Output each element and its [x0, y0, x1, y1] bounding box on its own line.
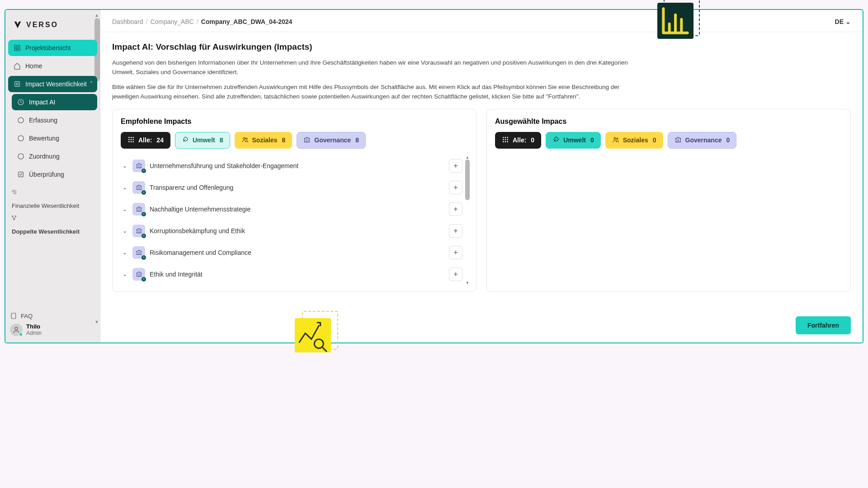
chip-label: Alle: [513, 136, 526, 144]
chip-label: Soziales [623, 136, 648, 144]
scroll-up-icon: ▲ [466, 155, 470, 160]
add-impact-button[interactable]: + [449, 159, 462, 173]
impact-list: ▲ ▼ ⌄ + Unternehmensführung und Stakehol… [121, 155, 468, 285]
continue-button[interactable]: Fortfahren [796, 316, 851, 334]
sidebar-item-label: Bewertung [29, 135, 59, 142]
svg-point-37 [616, 138, 618, 139]
ai-icon [17, 99, 24, 106]
impact-label: Korruptionsbekämpfung und Ethik [150, 227, 444, 235]
sidebar-item-home[interactable]: Home [8, 58, 97, 74]
user-profile[interactable]: Thilo Admin [10, 321, 95, 338]
chip-label: Umwelt [193, 136, 215, 144]
logo-text: VERSO [26, 21, 58, 29]
sidebar-section-financial[interactable]: Finanzielle Wesentlichkeit [8, 200, 97, 210]
svg-rect-5 [15, 82, 20, 87]
app-frame: ▲ VERSO Projektübersicht Home Impact Wes… [5, 9, 863, 343]
impact-label: Unternehmensführung und Stakeholder-Enga… [150, 162, 444, 169]
page-description-2: Bitte wählen Sie die für Ihr Unternehmen… [112, 83, 632, 102]
faq-label: FAQ [21, 313, 33, 319]
impact-row: ⌄ + Transparenz und Offenlegung + [121, 177, 463, 198]
nodes-icon [11, 215, 17, 221]
chip-umwelt[interactable]: Umwelt 8 [175, 132, 230, 149]
grid-icon [14, 44, 21, 52]
expand-toggle[interactable]: ⌄ [122, 163, 128, 169]
content: Impact AI: Vorschlag für Auswirkungen (I… [100, 32, 863, 311]
add-impact-button[interactable]: + [449, 246, 462, 259]
sidebar-item-zuordnung[interactable]: Zuordnung [12, 148, 97, 164]
svg-rect-3 [14, 48, 17, 51]
panel-selected-impacts: Ausgewählte Impacs Alle: 0 Umwelt 0 [486, 109, 851, 292]
expand-toggle[interactable]: ⌄ [122, 271, 128, 277]
chip-all[interactable]: Alle: 24 [121, 132, 170, 149]
breadcrumb: Dashboard / Company_ABC / Company_ABC_DW… [112, 18, 292, 25]
add-impact-button[interactable]: + [449, 224, 462, 238]
svg-point-19 [128, 139, 130, 140]
panel-title: Ausgewählte Impacs [495, 117, 842, 126]
sidebar-item-erfassung[interactable]: Erfassung [12, 112, 97, 128]
sidebar-group-impact-wesentlichkeit[interactable]: Impact Wesentlichkeit ˄ [8, 76, 97, 92]
svg-point-17 [131, 137, 132, 138]
sidebar-item-faq[interactable]: FAQ ▼ [10, 310, 95, 321]
svg-rect-14 [11, 313, 15, 319]
chip-label: Alle: [138, 136, 152, 144]
chip-all[interactable]: Alle: 0 [495, 132, 541, 149]
svg-point-31 [505, 139, 506, 140]
impact-row: ⌄ + Korruptionsbekämpfung und Ethik + [121, 220, 463, 242]
sidebar-item-project-overview[interactable]: Projektübersicht [8, 40, 97, 56]
breadcrumb-item[interactable]: Dashboard [112, 18, 143, 25]
svg-point-21 [132, 139, 134, 140]
step-2-icon [17, 135, 24, 142]
step-3-icon [17, 153, 24, 160]
svg-point-26 [245, 138, 247, 139]
expand-toggle[interactable]: ⌄ [122, 206, 128, 212]
chip-umwelt[interactable]: Umwelt 0 [546, 132, 601, 149]
svg-point-15 [15, 327, 18, 330]
language-selector[interactable]: DE ⌄ [835, 18, 851, 25]
people-icon [612, 136, 619, 145]
leaf-icon [552, 136, 560, 145]
sidebar-item-label: Erfassung [29, 117, 57, 124]
avatar [10, 324, 23, 336]
sidebar-item-bewertung[interactable]: Bewertung [12, 130, 97, 146]
svg-point-30 [503, 139, 504, 140]
expand-toggle[interactable]: ⌄ [122, 228, 128, 234]
page-title: Impact AI: Vorschlag für Auswirkungen (I… [112, 42, 851, 52]
sidebar-item-impact-ai[interactable]: Impact AI [12, 94, 97, 110]
breadcrumb-item[interactable]: Company_ABC [150, 18, 194, 25]
chip-label: Governance [685, 136, 722, 144]
sidebar-item-label: Home [25, 62, 42, 70]
chip-soziales[interactable]: Soziales 0 [605, 132, 663, 149]
panel-title: Empfohlene Impacts [121, 117, 468, 126]
step-1-icon [17, 117, 24, 124]
svg-point-36 [614, 137, 616, 139]
chip-governance[interactable]: Governance 8 [297, 132, 366, 149]
sidebar-item-ueberpruefung[interactable]: Überprüfung [12, 166, 97, 183]
check-icon [17, 171, 24, 178]
chevron-down-icon: ⌄ [845, 18, 851, 25]
scrollbar-down-icon[interactable]: ▼ [94, 319, 99, 324]
bank-icon [675, 136, 682, 145]
panel-recommended-impacts: Empfohlene Impacts Alle: 24 Umwelt 8 [112, 109, 476, 292]
main-area: Dashboard / Company_ABC / Company_ABC_DW… [100, 10, 863, 343]
chip-governance[interactable]: Governance 0 [668, 132, 737, 149]
add-impact-button[interactable]: + [449, 267, 462, 281]
logo-icon [13, 20, 23, 30]
decorative-analytics-badge [295, 311, 338, 352]
expand-toggle[interactable]: ⌄ [122, 184, 128, 191]
list-scrollbar[interactable]: ▲ ▼ [465, 155, 470, 285]
governance-badge-icon: + [132, 160, 145, 172]
impact-row: ⌄ + Ethik und Integrität + [121, 263, 463, 285]
expand-toggle[interactable]: ⌄ [122, 249, 128, 256]
scroll-down-icon: ▼ [466, 281, 470, 285]
svg-rect-10 [19, 172, 24, 177]
sidebar-item-label: Überprüfung [29, 171, 64, 178]
add-impact-button[interactable]: + [449, 181, 462, 194]
bank-icon [303, 136, 311, 145]
scrollbar-up-icon[interactable]: ▲ [94, 13, 99, 18]
governance-badge-icon: + [132, 181, 145, 194]
add-impact-button[interactable]: + [449, 202, 462, 216]
chip-soziales[interactable]: Soziales 8 [235, 132, 292, 149]
breadcrumb-sep: / [146, 18, 148, 25]
sidebar-section-double[interactable]: Doppelte Wesentlichkeit [8, 225, 97, 236]
people-icon [241, 136, 249, 145]
